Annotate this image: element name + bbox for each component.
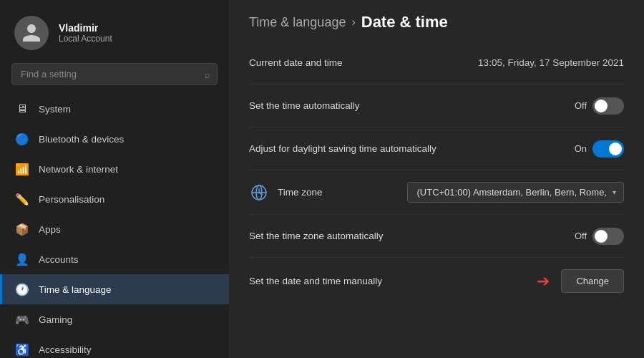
- set-manually-label: Set the date and time manually: [249, 276, 382, 286]
- sidebar-item-accessibility[interactable]: ♿ Accessibility: [0, 334, 229, 358]
- timezone-value: (UTC+01:00) Amsterdam, Berlin, Bern, Rom…: [416, 187, 607, 198]
- globe-clock-icon: [249, 183, 269, 203]
- time-language-icon: 🕐: [14, 281, 30, 297]
- setting-row-set-timezone-auto: Set the time zone automatically Off: [249, 215, 624, 258]
- accessibility-icon: ♿: [14, 342, 30, 357]
- sidebar-item-accounts[interactable]: 👤 Accounts: [0, 244, 229, 274]
- toggle-thumb: [609, 142, 622, 155]
- set-time-auto-toggle[interactable]: [592, 97, 624, 115]
- apps-icon: 📦: [14, 221, 30, 237]
- set-time-auto-toggle-wrap: Off: [575, 97, 624, 115]
- set-time-auto-toggle-label: Off: [575, 100, 587, 111]
- red-arrow-icon: ➔: [537, 272, 550, 291]
- setting-row-current-date-time: Current date and time 13:05, Friday, 17 …: [249, 42, 624, 84]
- user-info: Vladimir Local Account: [59, 22, 112, 44]
- daylight-saving-toggle-label: On: [575, 143, 587, 154]
- gaming-icon: 🎮: [14, 311, 30, 327]
- breadcrumb-parent: Time & language: [249, 15, 346, 30]
- timezone-label: Time zone: [278, 187, 323, 198]
- breadcrumb-chevron: ›: [351, 16, 355, 29]
- change-button[interactable]: Change: [561, 269, 624, 293]
- sidebar-item-label: Time & language: [39, 284, 112, 295]
- setting-row-set-manually: Set the date and time manually ➔ Change: [249, 258, 624, 304]
- daylight-saving-toggle-wrap: On: [575, 140, 624, 158]
- daylight-saving-toggle[interactable]: [592, 140, 624, 158]
- user-type: Local Account: [59, 34, 112, 44]
- set-timezone-auto-toggle[interactable]: [592, 228, 624, 245]
- daylight-saving-label: Adjust for daylight saving time automati…: [249, 143, 436, 154]
- sidebar-item-label: Personalisation: [39, 194, 104, 205]
- sidebar-item-gaming[interactable]: 🎮 Gaming: [0, 304, 229, 334]
- timezone-dropdown[interactable]: (UTC+01:00) Amsterdam, Berlin, Bern, Rom…: [407, 182, 624, 203]
- sidebar-item-time-language[interactable]: 🕐 Time & language: [0, 274, 229, 304]
- setting-row-timezone: Time zone (UTC+01:00) Amsterdam, Berlin,…: [249, 170, 624, 215]
- sidebar-item-personalisation[interactable]: ✏️ Personalisation: [0, 184, 229, 214]
- sidebar-item-bluetooth[interactable]: 🔵 Bluetooth & devices: [0, 124, 229, 154]
- sidebar-item-label: System: [39, 104, 71, 115]
- avatar: [14, 16, 49, 50]
- sidebar-item-apps[interactable]: 📦 Apps: [0, 214, 229, 244]
- current-date-time-value: 13:05, Friday, 17 September 2021: [478, 57, 624, 68]
- arrow-wrap: ➔ Change: [537, 269, 624, 293]
- set-timezone-auto-label: Set the time zone automatically: [249, 231, 384, 241]
- content-area: Current date and time 13:05, Friday, 17 …: [229, 42, 644, 358]
- set-timezone-auto-toggle-label: Off: [575, 231, 587, 241]
- search-box[interactable]: ⌕: [11, 63, 218, 85]
- breadcrumb: Time & language › Date & time: [229, 0, 644, 42]
- network-icon: 📶: [14, 161, 30, 177]
- sidebar-item-label: Accessibility: [39, 344, 92, 355]
- set-timezone-auto-toggle-wrap: Off: [575, 228, 624, 245]
- current-date-time-label: Current date and time: [249, 57, 343, 68]
- set-time-auto-label: Set the time automatically: [249, 100, 360, 111]
- search-input[interactable]: [11, 63, 218, 85]
- search-icon: ⌕: [205, 69, 210, 79]
- breadcrumb-current: Date & time: [361, 13, 448, 32]
- system-icon: 🖥: [14, 101, 30, 117]
- user-section: Vladimir Local Account: [0, 0, 229, 63]
- nav-list: 🖥 System 🔵 Bluetooth & devices 📶 Network…: [0, 94, 229, 358]
- setting-row-set-time-auto: Set the time automatically Off: [249, 84, 624, 127]
- main-content: Time & language › Date & time Current da…: [229, 0, 644, 358]
- toggle-thumb: [595, 100, 608, 112]
- bluetooth-icon: 🔵: [14, 131, 30, 147]
- sidebar-item-label: Accounts: [39, 254, 79, 265]
- accounts-icon: 👤: [14, 251, 30, 267]
- toggle-thumb: [595, 230, 608, 243]
- sidebar-item-label: Apps: [39, 224, 61, 235]
- sidebar-item-label: Gaming: [39, 314, 72, 325]
- sidebar-item-network[interactable]: 📶 Network & internet: [0, 154, 229, 184]
- user-name: Vladimir: [59, 22, 112, 34]
- sidebar-item-label: Bluetooth & devices: [39, 134, 124, 145]
- setting-row-daylight-saving: Adjust for daylight saving time automati…: [249, 127, 624, 170]
- timezone-left: Time zone: [249, 183, 323, 203]
- personalisation-icon: ✏️: [14, 191, 30, 207]
- sidebar-item-system[interactable]: 🖥 System: [0, 94, 229, 124]
- sidebar-item-label: Network & internet: [39, 164, 118, 175]
- dropdown-arrow-icon: ▾: [613, 188, 616, 196]
- sidebar: Vladimir Local Account ⌕ 🖥 System 🔵 Blue…: [0, 0, 229, 358]
